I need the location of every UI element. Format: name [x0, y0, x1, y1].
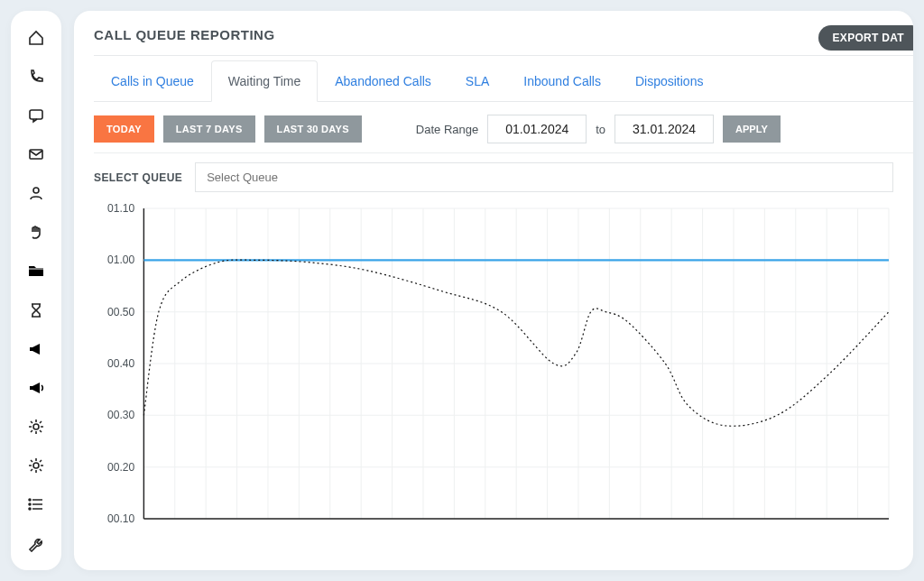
tab-waiting-time[interactable]: Waiting Time	[211, 60, 318, 102]
svg-text:01.10: 01.10	[107, 203, 135, 215]
chart: 01.1001.0000.5000.4000.3000.2000.10	[94, 203, 913, 528]
svg-text:01.00: 01.00	[107, 254, 135, 266]
date-from-input[interactable]	[487, 115, 587, 143]
filter-week[interactable]: LAST 7 DAYS	[163, 115, 255, 143]
svg-point-7	[29, 508, 31, 510]
divider	[94, 55, 913, 56]
tab-dispositions[interactable]: Dispositions	[618, 60, 720, 102]
nav-settings2[interactable]	[25, 456, 47, 476]
svg-point-3	[33, 424, 39, 429]
wrench-icon	[27, 534, 45, 552]
hourglass-icon	[27, 301, 45, 319]
folder-icon	[27, 262, 45, 280]
nav-megaphone2[interactable]	[25, 377, 47, 398]
nav-home[interactable]	[25, 27, 47, 48]
nav-folder[interactable]	[25, 261, 47, 281]
svg-point-6	[29, 503, 31, 505]
divider	[94, 152, 913, 153]
filter-bar: TODAY LAST 7 DAYS LAST 30 DAYS Date Rang…	[94, 115, 913, 143]
tab-calls-in-queue[interactable]: Calls in Queue	[94, 60, 211, 102]
svg-rect-1	[30, 150, 42, 159]
nav-mail[interactable]	[25, 143, 47, 164]
svg-text:00.40: 00.40	[107, 357, 135, 370]
apply-button[interactable]: APPLY	[723, 115, 781, 143]
svg-text:00.20: 00.20	[107, 461, 135, 474]
queue-label: SELECT QUEUE	[94, 171, 182, 184]
svg-point-2	[33, 188, 39, 193]
svg-text:00.50: 00.50	[107, 306, 135, 318]
megaphone-icon	[27, 340, 45, 358]
date-to-label: to	[596, 123, 605, 136]
home-icon	[27, 29, 45, 47]
phone-icon	[27, 68, 45, 86]
nav-chat[interactable]	[25, 105, 47, 125]
sidebar	[11, 11, 61, 570]
main-panel: CALL QUEUE REPORTING EXPORT DAT Calls in…	[74, 11, 913, 570]
nav-hand[interactable]	[25, 222, 47, 243]
queue-select[interactable]	[195, 162, 893, 192]
nav-megaphone[interactable]	[25, 338, 47, 359]
tab-sla[interactable]: SLA	[448, 60, 506, 102]
svg-point-5	[29, 499, 31, 501]
user-icon	[27, 184, 45, 202]
nav-settings[interactable]	[25, 416, 47, 437]
filter-month[interactable]: LAST 30 DAYS	[264, 115, 362, 143]
tab-abandoned[interactable]: Abandoned Calls	[318, 60, 448, 102]
date-to-input[interactable]	[614, 115, 714, 143]
export-button[interactable]: EXPORT DAT	[818, 25, 913, 51]
svg-rect-0	[30, 110, 42, 119]
nav-phone[interactable]	[25, 66, 47, 87]
svg-point-4	[33, 463, 39, 468]
page-title: CALL QUEUE REPORTING	[94, 27, 275, 42]
gear2-icon	[27, 456, 45, 475]
tab-inbound[interactable]: Inbound Calls	[506, 60, 618, 102]
nav-hourglass[interactable]	[25, 300, 47, 320]
mail-icon	[27, 145, 45, 163]
nav-wrench[interactable]	[25, 533, 47, 554]
list-icon	[27, 495, 45, 513]
chat-icon	[27, 106, 45, 124]
date-range-label: Date Range	[416, 123, 478, 136]
nav-list[interactable]	[25, 494, 47, 515]
filter-today[interactable]: TODAY	[94, 115, 154, 143]
svg-text:00.10: 00.10	[107, 512, 135, 525]
svg-text:00.30: 00.30	[107, 409, 135, 421]
gear-icon	[27, 418, 45, 436]
tabs: Calls in Queue Waiting Time Abandoned Ca…	[94, 60, 913, 102]
megaphone2-icon	[27, 379, 45, 397]
queue-selector-row: SELECT QUEUE	[94, 162, 913, 192]
nav-user[interactable]	[25, 183, 47, 204]
hand-icon	[27, 223, 45, 241]
